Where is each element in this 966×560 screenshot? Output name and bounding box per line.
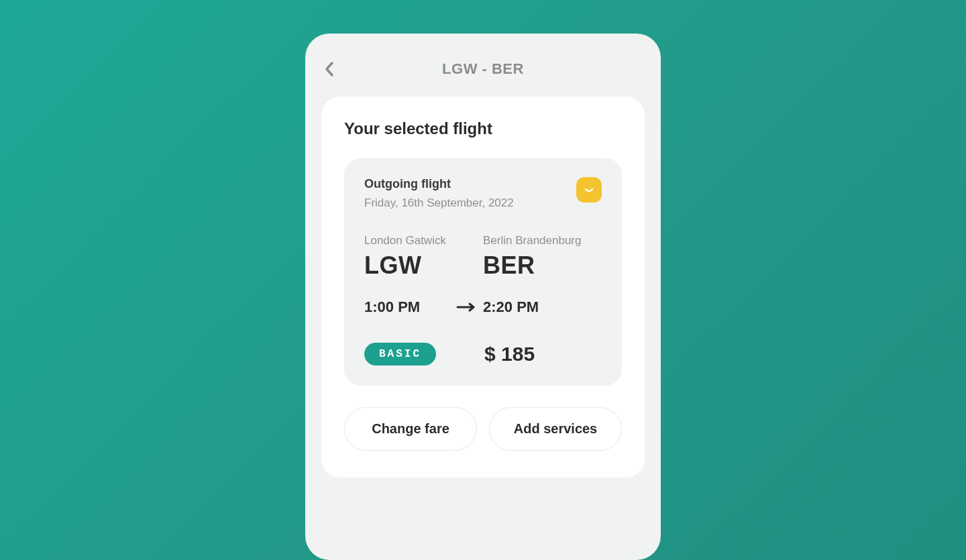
back-button[interactable] — [324, 61, 335, 77]
phone-frame: LGW - BER Your selected flight Outgoing … — [305, 34, 661, 560]
destination-airport-code: BER — [483, 251, 602, 280]
price-column: $ 185 — [436, 343, 602, 366]
chevron-left-icon — [324, 61, 335, 77]
outgoing-flight-label: Outgoing flight — [364, 177, 576, 191]
selected-flight-card: Your selected flight Outgoing flight Fri… — [321, 97, 645, 478]
airline-badge — [576, 177, 602, 203]
origin-airport-code: LGW — [364, 251, 483, 280]
destination-airport-name: Berlin Brandenburg — [483, 234, 602, 247]
flight-header-text: Outgoing flight Friday, 16th September, … — [364, 177, 576, 210]
header-title: LGW - BER — [324, 60, 642, 78]
smile-icon — [582, 183, 596, 197]
origin-airport-name: London Gatwick — [364, 234, 483, 247]
origin-column: London Gatwick LGW — [364, 234, 483, 280]
flight-details-box: Outgoing flight Friday, 16th September, … — [344, 158, 622, 386]
fare-badge: BASIC — [364, 343, 436, 366]
flight-header-row: Outgoing flight Friday, 16th September, … — [364, 177, 602, 210]
change-fare-button[interactable]: Change fare — [344, 407, 477, 451]
fare-price-row: BASIC $ 185 — [364, 343, 602, 366]
card-title: Your selected flight — [344, 119, 622, 138]
destination-column: Berlin Brandenburg BER — [483, 234, 602, 280]
airports-row: London Gatwick LGW Berlin Brandenburg BE… — [364, 234, 602, 280]
add-services-button[interactable]: Add services — [489, 407, 622, 451]
price-value: $ 185 — [484, 343, 535, 365]
times-row: 1:00 PM 2:20 PM — [364, 298, 602, 316]
actions-row: Change fare Add services — [344, 407, 622, 451]
arrow-right-icon — [456, 302, 476, 312]
arrival-time: 2:20 PM — [483, 298, 602, 316]
app-header: LGW - BER — [321, 52, 645, 97]
arrow-column — [449, 302, 483, 312]
flight-date: Friday, 16th September, 2022 — [364, 197, 576, 210]
